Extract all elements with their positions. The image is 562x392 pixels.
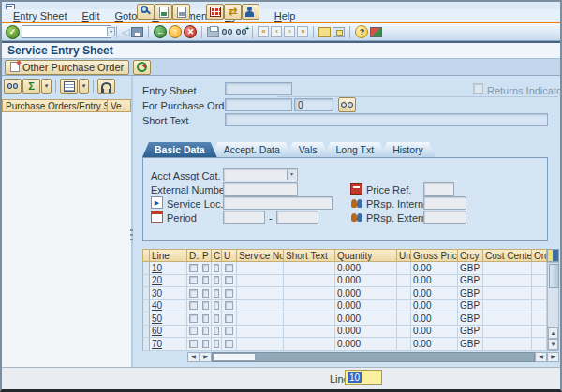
purchase-order-field[interactable] bbox=[225, 98, 292, 111]
cell-un[interactable] bbox=[397, 300, 411, 313]
cell-checkbox-u[interactable] bbox=[225, 327, 233, 335]
cell-un[interactable] bbox=[397, 275, 411, 288]
cell-cost_center[interactable] bbox=[483, 300, 532, 313]
cell-short_text[interactable] bbox=[284, 262, 335, 275]
cell-crcy[interactable]: GBP bbox=[458, 262, 483, 275]
cell-service_no[interactable] bbox=[237, 287, 284, 300]
row-selector[interactable] bbox=[142, 287, 150, 300]
column-header-p[interactable]: P bbox=[200, 249, 212, 262]
print-icon[interactable] bbox=[207, 27, 219, 37]
cell-crcy[interactable]: GBP bbox=[458, 312, 483, 326]
tree-layout-button[interactable] bbox=[60, 79, 78, 94]
combo-dropdown-icon[interactable]: ▾ bbox=[287, 170, 296, 180]
cell-crcy[interactable]: GBP bbox=[458, 287, 483, 300]
cell-checkbox-c[interactable] bbox=[214, 340, 219, 348]
tree-sum-button[interactable]: Σ bbox=[22, 79, 40, 94]
service-location-icon[interactable]: ▶ bbox=[151, 196, 163, 209]
scroll-right-icon[interactable]: ▶ bbox=[200, 352, 212, 362]
previous-page-icon[interactable]: ‹ bbox=[271, 26, 282, 37]
refresh-button[interactable] bbox=[133, 60, 151, 75]
row-selector[interactable] bbox=[142, 326, 150, 339]
cell-orde[interactable] bbox=[532, 275, 547, 288]
cell-checkbox-u[interactable] bbox=[225, 264, 233, 272]
column-header-short_text[interactable]: Short Text bbox=[284, 249, 335, 262]
cell-checkbox-c[interactable] bbox=[214, 301, 219, 310]
cell-orde[interactable] bbox=[532, 338, 547, 351]
period-calendar-icon[interactable] bbox=[151, 211, 163, 223]
cell-un[interactable] bbox=[397, 312, 411, 326]
cell-short_text[interactable] bbox=[284, 287, 335, 300]
column-header-u[interactable]: U bbox=[222, 249, 237, 262]
find-icon[interactable] bbox=[221, 27, 233, 37]
cell-un[interactable] bbox=[397, 287, 411, 300]
customize-layout-icon[interactable] bbox=[370, 27, 382, 37]
cell-short_text[interactable] bbox=[284, 275, 335, 288]
cell-checkbox-u[interactable] bbox=[225, 289, 233, 298]
service-selection-button[interactable] bbox=[242, 4, 259, 20]
column-header-c[interactable]: C bbox=[212, 249, 222, 262]
external-number-field[interactable] bbox=[223, 182, 298, 196]
exit-button[interactable]: ↑ bbox=[169, 25, 182, 38]
period-from-field[interactable] bbox=[223, 211, 265, 224]
column-header-crcy[interactable]: Crcy bbox=[458, 249, 483, 262]
service-catalog-button[interactable] bbox=[206, 4, 224, 20]
purchase-order-tree[interactable] bbox=[2, 112, 131, 367]
period-to-field[interactable] bbox=[276, 211, 318, 224]
column-header-cost_center[interactable]: Cost Center bbox=[483, 249, 532, 262]
cell-cost_center[interactable] bbox=[483, 326, 532, 339]
column-header-line[interactable]: Line bbox=[150, 249, 187, 262]
cell-short_text[interactable] bbox=[284, 326, 335, 339]
cell-checkbox-d[interactable] bbox=[189, 289, 198, 298]
menu-item-edit[interactable]: Edit bbox=[74, 10, 107, 22]
cell-service_no[interactable] bbox=[237, 338, 284, 351]
row-selector[interactable] bbox=[142, 338, 150, 351]
cell-checkbox-c[interactable] bbox=[214, 289, 219, 298]
cell-checkbox-d[interactable] bbox=[189, 327, 198, 335]
cell-checkbox-p[interactable] bbox=[202, 301, 209, 310]
cell-gross_price[interactable]: 0.00 bbox=[411, 262, 458, 275]
line-number-link[interactable]: 10 bbox=[150, 262, 187, 275]
cell-checkbox-c[interactable] bbox=[214, 314, 219, 323]
cell-crcy[interactable]: GBP bbox=[458, 326, 483, 339]
service-loc-field[interactable] bbox=[223, 196, 333, 210]
cell-un[interactable] bbox=[397, 262, 411, 275]
line-number-link[interactable]: 40 bbox=[150, 300, 187, 313]
cell-cost_center[interactable] bbox=[483, 338, 532, 351]
cell-quantity[interactable]: 0.000 bbox=[335, 262, 397, 275]
cell-checkbox-c[interactable] bbox=[214, 276, 219, 284]
line-number-link[interactable]: 20 bbox=[150, 275, 187, 288]
cell-cost_center[interactable] bbox=[483, 275, 532, 288]
tab-basic-data[interactable]: Basic Data bbox=[142, 142, 217, 157]
cell-crcy[interactable]: GBP bbox=[458, 338, 483, 351]
cell-quantity[interactable]: 0.000 bbox=[335, 326, 397, 339]
column-header-d[interactable]: D.. bbox=[187, 249, 200, 262]
cell-gross_price[interactable]: 0.00 bbox=[411, 300, 458, 313]
scroll-left-end-icon[interactable]: ◀ bbox=[535, 352, 547, 362]
cell-gross_price[interactable]: 0.00 bbox=[411, 312, 458, 326]
column-header-orde[interactable]: Orde bbox=[532, 249, 547, 262]
tree-layout-dropdown[interactable]: ▾ bbox=[79, 79, 89, 94]
help-icon[interactable]: ? bbox=[355, 25, 368, 38]
next-page-icon[interactable]: › bbox=[284, 26, 295, 37]
cell-gross_price[interactable]: 0.00 bbox=[411, 326, 458, 339]
cell-short_text[interactable] bbox=[284, 312, 335, 326]
details-button[interactable] bbox=[137, 4, 155, 20]
row-selector[interactable] bbox=[142, 275, 150, 288]
horizontal-scrollbar[interactable]: ◀ ▶ ◀ ▶ bbox=[142, 351, 559, 363]
cell-checkbox-d[interactable] bbox=[189, 301, 198, 310]
scroll-left-icon[interactable]: ◀ bbox=[187, 352, 200, 362]
tab-long-txt[interactable]: Long Txt bbox=[323, 142, 386, 157]
cell-quantity[interactable]: 0.000 bbox=[335, 275, 397, 288]
prsp-intern-field[interactable] bbox=[423, 196, 466, 210]
enter-button[interactable]: ✓ bbox=[6, 25, 20, 39]
cell-quantity[interactable]: 0.000 bbox=[335, 338, 397, 351]
row-selector[interactable] bbox=[142, 300, 150, 313]
cell-quantity[interactable]: 0.000 bbox=[335, 287, 397, 300]
scroll-down-icon[interactable]: ▼ bbox=[548, 339, 558, 350]
cell-crcy[interactable]: GBP bbox=[458, 275, 483, 288]
cell-gross_price[interactable]: 0.00 bbox=[411, 275, 458, 288]
cell-quantity[interactable]: 0.000 bbox=[335, 312, 397, 326]
tree-column-purchase-orders[interactable]: Purchase Orders/Entry Sheets bbox=[2, 99, 108, 112]
cell-short_text[interactable] bbox=[284, 300, 335, 313]
cell-orde[interactable] bbox=[532, 300, 547, 313]
